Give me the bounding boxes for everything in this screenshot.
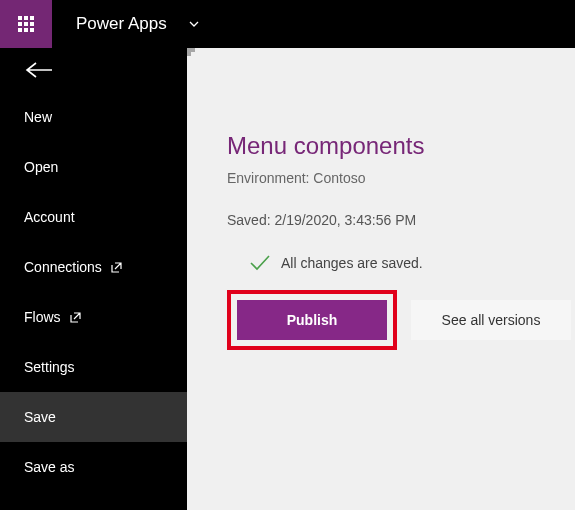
publish-button[interactable]: Publish xyxy=(237,300,387,340)
back-button[interactable] xyxy=(0,48,187,92)
chevron-down-icon[interactable] xyxy=(187,17,201,31)
environment-label: Environment: Contoso xyxy=(227,170,571,186)
sidebar-item-label: Open xyxy=(24,159,58,175)
status-text: All changes are saved. xyxy=(281,255,423,271)
sidebar-item-account[interactable]: Account xyxy=(0,192,187,242)
sidebar-item-label: Settings xyxy=(24,359,75,375)
sidebar-item-flows[interactable]: Flows xyxy=(0,292,187,342)
waffle-icon xyxy=(18,16,34,32)
top-bar: Power Apps xyxy=(0,0,575,48)
sidebar-item-label: Account xyxy=(24,209,75,225)
sidebar-item-label: Connections xyxy=(24,259,102,275)
button-row: Publish See all versions xyxy=(227,290,571,350)
app-launcher-button[interactable] xyxy=(0,0,52,48)
page-title: Menu components xyxy=(227,132,571,160)
highlight-box: Publish xyxy=(227,290,397,350)
checkmark-icon xyxy=(249,254,271,272)
app-title[interactable]: Power Apps xyxy=(52,14,187,34)
sidebar-item-label: Save xyxy=(24,409,56,425)
sidebar-item-open[interactable]: Open xyxy=(0,142,187,192)
sidebar-item-save[interactable]: Save xyxy=(0,392,187,442)
see-all-versions-button[interactable]: See all versions xyxy=(411,300,571,340)
scroll-indicator xyxy=(187,48,195,56)
external-link-icon xyxy=(110,261,123,274)
sidebar: New Open Account Connections Flows xyxy=(0,48,187,510)
sidebar-item-new[interactable]: New xyxy=(0,92,187,142)
sidebar-item-label: New xyxy=(24,109,52,125)
sidebar-item-connections[interactable]: Connections xyxy=(0,242,187,292)
status-row: All changes are saved. xyxy=(227,254,571,272)
sidebar-item-save-as[interactable]: Save as xyxy=(0,442,187,492)
external-link-icon xyxy=(69,311,82,324)
sidebar-item-label: Flows xyxy=(24,309,61,325)
saved-timestamp: Saved: 2/19/2020, 3:43:56 PM xyxy=(227,212,571,228)
sidebar-item-label: Save as xyxy=(24,459,75,475)
sidebar-item-settings[interactable]: Settings xyxy=(0,342,187,392)
workspace: New Open Account Connections Flows xyxy=(0,48,575,510)
content-area: Menu components Environment: Contoso Sav… xyxy=(187,48,575,510)
back-arrow-icon xyxy=(24,60,54,80)
